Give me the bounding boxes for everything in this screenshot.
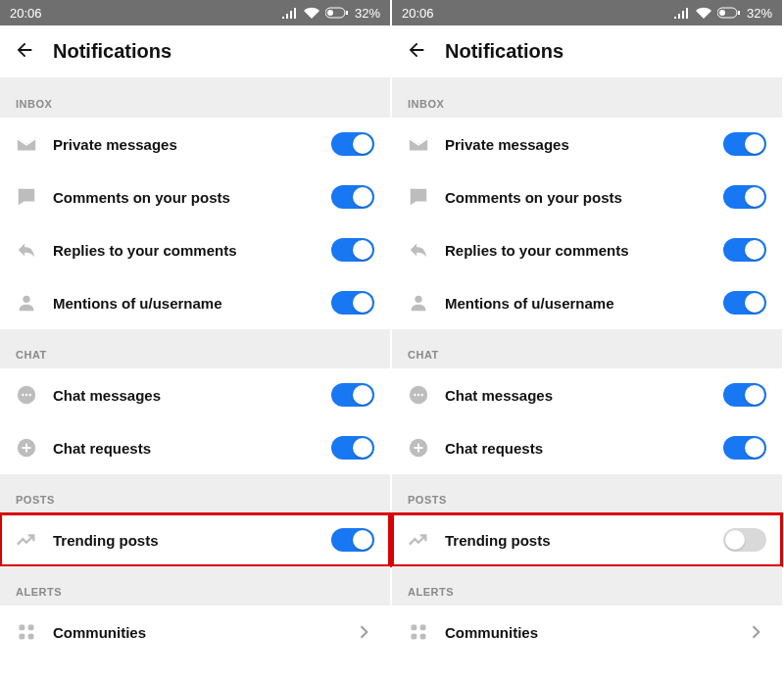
toggle-comments[interactable] [723,185,766,209]
chevron-right-icon [353,621,374,643]
page-title: Notifications [53,40,172,63]
toggle-private-messages[interactable] [331,132,374,156]
row-label: Mentions of u/username [53,295,316,312]
section-inbox: INBOX [392,78,782,118]
grid-icon [16,621,37,643]
row-trending-posts[interactable]: Trending posts [392,513,782,566]
row-label: Communities [445,624,729,641]
comment-icon [16,186,37,208]
svg-point-3 [23,296,29,303]
phone-left: 20:06 32% Notifications INBOX Private me… [0,0,392,680]
section-posts: POSTS [392,474,782,513]
row-label: Comments on your posts [445,189,708,206]
row-private-messages[interactable]: Private messages [0,118,390,170]
svg-rect-2 [346,11,348,15]
page-title: Notifications [445,40,564,63]
row-mentions[interactable]: Mentions of u/username [0,276,390,329]
row-label: Communities [53,624,337,641]
wifi-icon [304,7,319,19]
svg-rect-12 [28,634,34,640]
svg-point-18 [414,394,416,396]
svg-point-5 [22,394,24,396]
envelope-icon [408,133,429,155]
svg-point-7 [28,394,30,396]
phone-right: 20:06 32% Notifications INBOX Private me… [392,0,784,680]
row-comments-on-posts[interactable]: Comments on your posts [0,170,390,223]
row-label: Private messages [53,136,316,153]
reply-icon [16,239,37,261]
back-button[interactable] [14,39,35,65]
svg-rect-15 [738,11,740,15]
app-bar: Notifications [0,25,390,78]
row-replies[interactable]: Replies to your comments [392,223,782,276]
row-label: Private messages [445,136,708,153]
row-trending-posts[interactable]: Trending posts [0,513,390,566]
plus-circle-icon [16,437,37,459]
toggle-chat-messages[interactable] [331,383,374,407]
battery-percent: 32% [747,6,772,21]
row-label: Chat requests [445,440,708,457]
svg-rect-14 [719,10,725,16]
section-alerts: ALERTS [0,566,390,606]
envelope-icon [16,133,37,155]
section-chat: CHAT [392,329,782,368]
row-label: Replies to your comments [445,242,708,259]
svg-rect-25 [420,634,426,640]
svg-rect-23 [420,625,426,631]
section-chat: CHAT [0,329,390,368]
status-icons: 32% [674,6,772,21]
svg-rect-1 [327,10,333,16]
row-label: Trending posts [445,532,708,549]
toggle-chat-requests[interactable] [331,436,374,460]
toggle-mentions[interactable] [331,291,374,315]
row-chat-messages[interactable]: Chat messages [392,368,782,421]
row-communities[interactable]: Communities [0,606,390,658]
grid-icon [408,621,429,643]
row-communities[interactable]: Communities [392,606,782,658]
chevron-right-icon [745,621,766,643]
row-label: Comments on your posts [53,189,316,206]
trending-icon [408,529,429,551]
row-chat-requests[interactable]: Chat requests [0,421,390,474]
toggle-chat-messages[interactable] [723,383,766,407]
svg-point-16 [415,296,421,303]
person-icon [408,292,429,314]
app-bar: Notifications [392,25,782,78]
toggle-trending-posts[interactable] [331,528,374,552]
section-alerts: ALERTS [392,566,782,606]
trending-icon [16,529,37,551]
chat-icon [408,384,429,406]
svg-rect-11 [20,634,25,640]
row-chat-requests[interactable]: Chat requests [392,421,782,474]
battery-icon [717,7,741,19]
status-time: 20:06 [10,6,282,21]
toggle-private-messages[interactable] [723,132,766,156]
row-label: Chat requests [53,440,316,457]
section-posts: POSTS [0,474,390,513]
status-bar: 20:06 32% [0,0,390,25]
row-mentions[interactable]: Mentions of u/username [392,276,782,329]
toggle-replies[interactable] [331,238,374,262]
plus-circle-icon [408,437,429,459]
svg-point-19 [417,394,419,396]
row-replies[interactable]: Replies to your comments [0,223,390,276]
row-label: Chat messages [53,387,316,404]
row-label: Replies to your comments [53,242,316,259]
row-chat-messages[interactable]: Chat messages [0,368,390,421]
toggle-comments[interactable] [331,185,374,209]
toggle-replies[interactable] [723,238,766,262]
back-button[interactable] [406,39,427,65]
toggle-chat-requests[interactable] [723,436,766,460]
battery-percent: 32% [355,6,380,21]
toggle-trending-posts[interactable] [723,528,766,552]
toggle-mentions[interactable] [723,291,766,315]
person-icon [16,292,37,314]
status-time: 20:06 [402,6,674,21]
signal-icon [282,7,298,19]
signal-icon [674,7,690,19]
section-inbox: INBOX [0,78,390,118]
comment-icon [408,186,429,208]
svg-rect-22 [412,625,417,631]
row-private-messages[interactable]: Private messages [392,118,782,170]
row-comments-on-posts[interactable]: Comments on your posts [392,170,782,223]
